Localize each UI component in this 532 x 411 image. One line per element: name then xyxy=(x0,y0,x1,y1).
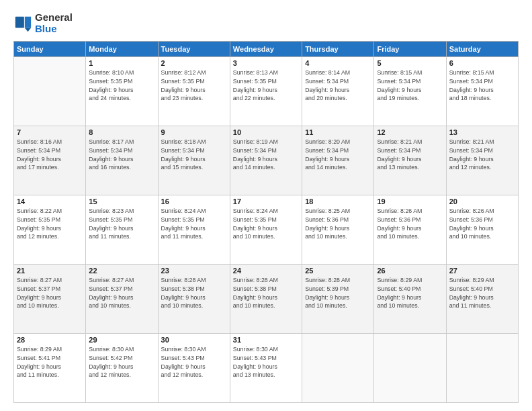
day-info: Sunrise: 8:28 AMSunset: 5:38 PMDaylight:… xyxy=(161,276,227,310)
svg-marker-0 xyxy=(25,16,31,28)
calendar-cell xyxy=(374,334,446,403)
calendar-cell: 18Sunrise: 8:25 AMSunset: 5:36 PMDayligh… xyxy=(302,195,374,265)
calendar-cell: 10Sunrise: 8:19 AMSunset: 5:34 PMDayligh… xyxy=(230,126,302,195)
weekday-header-friday: Friday xyxy=(374,42,446,57)
day-number: 6 xyxy=(449,59,515,67)
header: General Blue xyxy=(13,12,519,34)
calendar-cell: 22Sunrise: 8:27 AMSunset: 5:37 PMDayligh… xyxy=(86,265,158,334)
day-info: Sunrise: 8:29 AMSunset: 5:41 PMDaylight:… xyxy=(17,345,83,379)
logo-icon xyxy=(13,14,32,33)
calendar-cell: 5Sunrise: 8:15 AMSunset: 5:34 PMDaylight… xyxy=(374,57,446,126)
day-info: Sunrise: 8:10 AMSunset: 5:35 PMDaylight:… xyxy=(89,68,154,103)
calendar-cell: 12Sunrise: 8:21 AMSunset: 5:34 PMDayligh… xyxy=(374,126,446,195)
day-info: Sunrise: 8:29 AMSunset: 5:40 PMDaylight:… xyxy=(377,276,443,310)
weekday-header-row: SundayMondayTuesdayWednesdayThursdayFrid… xyxy=(14,42,519,57)
calendar-cell xyxy=(446,334,518,403)
day-info: Sunrise: 8:16 AMSunset: 5:34 PMDaylight:… xyxy=(17,138,83,172)
weekday-header-monday: Monday xyxy=(86,42,158,57)
calendar-cell: 7Sunrise: 8:16 AMSunset: 5:34 PMDaylight… xyxy=(14,126,86,195)
calendar-cell: 14Sunrise: 8:22 AMSunset: 5:35 PMDayligh… xyxy=(14,195,86,265)
calendar-week-5: 28Sunrise: 8:29 AMSunset: 5:41 PMDayligh… xyxy=(14,334,519,403)
day-number: 1 xyxy=(89,59,154,67)
day-number: 2 xyxy=(161,59,227,67)
calendar-week-3: 14Sunrise: 8:22 AMSunset: 5:35 PMDayligh… xyxy=(14,195,519,265)
day-number: 5 xyxy=(377,59,443,67)
calendar-cell: 9Sunrise: 8:18 AMSunset: 5:34 PMDaylight… xyxy=(158,126,230,195)
day-info: Sunrise: 8:24 AMSunset: 5:35 PMDaylight:… xyxy=(161,207,227,241)
day-number: 10 xyxy=(233,128,299,136)
day-info: Sunrise: 8:23 AMSunset: 5:35 PMDaylight:… xyxy=(89,207,154,241)
day-number: 25 xyxy=(305,267,371,275)
calendar-table: SundayMondayTuesdayWednesdayThursdayFrid… xyxy=(13,41,519,403)
day-number: 8 xyxy=(89,128,154,136)
day-number: 14 xyxy=(17,197,83,205)
day-info: Sunrise: 8:21 AMSunset: 5:34 PMDaylight:… xyxy=(377,138,443,172)
calendar-week-4: 21Sunrise: 8:27 AMSunset: 5:37 PMDayligh… xyxy=(14,265,519,334)
logo: General Blue xyxy=(13,12,73,34)
day-number: 23 xyxy=(161,267,227,275)
calendar-cell: 11Sunrise: 8:20 AMSunset: 5:34 PMDayligh… xyxy=(302,126,374,195)
day-number: 18 xyxy=(305,197,371,205)
day-info: Sunrise: 8:15 AMSunset: 5:34 PMDaylight:… xyxy=(377,68,443,103)
day-info: Sunrise: 8:30 AMSunset: 5:43 PMDaylight:… xyxy=(161,345,227,379)
weekday-header-wednesday: Wednesday xyxy=(230,42,302,57)
day-info: Sunrise: 8:15 AMSunset: 5:34 PMDaylight:… xyxy=(449,68,515,103)
day-info: Sunrise: 8:26 AMSunset: 5:36 PMDaylight:… xyxy=(449,207,515,241)
day-number: 15 xyxy=(89,197,154,205)
day-number: 17 xyxy=(233,197,299,205)
calendar-cell: 13Sunrise: 8:21 AMSunset: 5:34 PMDayligh… xyxy=(446,126,518,195)
day-number: 30 xyxy=(161,336,227,344)
calendar-cell: 1Sunrise: 8:10 AMSunset: 5:35 PMDaylight… xyxy=(86,57,158,126)
day-number: 31 xyxy=(233,336,299,344)
day-number: 27 xyxy=(449,267,515,275)
calendar-cell: 19Sunrise: 8:26 AMSunset: 5:36 PMDayligh… xyxy=(374,195,446,265)
day-number: 4 xyxy=(305,59,371,67)
day-number: 7 xyxy=(17,128,83,136)
svg-rect-2 xyxy=(15,16,24,28)
calendar-cell: 24Sunrise: 8:28 AMSunset: 5:38 PMDayligh… xyxy=(230,265,302,334)
day-number: 29 xyxy=(89,336,154,344)
day-number: 28 xyxy=(17,336,83,344)
day-info: Sunrise: 8:28 AMSunset: 5:38 PMDaylight:… xyxy=(233,276,299,310)
calendar-cell: 3Sunrise: 8:13 AMSunset: 5:35 PMDaylight… xyxy=(230,57,302,126)
calendar-cell: 31Sunrise: 8:30 AMSunset: 5:43 PMDayligh… xyxy=(230,334,302,403)
calendar-cell: 21Sunrise: 8:27 AMSunset: 5:37 PMDayligh… xyxy=(14,265,86,334)
page: General Blue SundayMondayTuesdayWednesda… xyxy=(0,0,532,411)
day-info: Sunrise: 8:30 AMSunset: 5:42 PMDaylight:… xyxy=(89,345,154,379)
day-number: 19 xyxy=(377,197,443,205)
day-number: 26 xyxy=(377,267,443,275)
day-info: Sunrise: 8:17 AMSunset: 5:34 PMDaylight:… xyxy=(89,138,154,172)
day-info: Sunrise: 8:25 AMSunset: 5:36 PMDaylight:… xyxy=(305,207,371,241)
weekday-header-sunday: Sunday xyxy=(14,42,86,57)
calendar-cell: 17Sunrise: 8:24 AMSunset: 5:35 PMDayligh… xyxy=(230,195,302,265)
weekday-header-thursday: Thursday xyxy=(302,42,374,57)
calendar-cell: 16Sunrise: 8:24 AMSunset: 5:35 PMDayligh… xyxy=(158,195,230,265)
svg-marker-1 xyxy=(25,28,31,32)
day-info: Sunrise: 8:13 AMSunset: 5:35 PMDaylight:… xyxy=(233,68,299,103)
calendar-cell: 30Sunrise: 8:30 AMSunset: 5:43 PMDayligh… xyxy=(158,334,230,403)
calendar-cell: 23Sunrise: 8:28 AMSunset: 5:38 PMDayligh… xyxy=(158,265,230,334)
day-number: 13 xyxy=(449,128,515,136)
day-number: 3 xyxy=(233,59,299,67)
calendar-cell: 20Sunrise: 8:26 AMSunset: 5:36 PMDayligh… xyxy=(446,195,518,265)
calendar-cell: 27Sunrise: 8:29 AMSunset: 5:40 PMDayligh… xyxy=(446,265,518,334)
weekday-header-tuesday: Tuesday xyxy=(158,42,230,57)
day-info: Sunrise: 8:21 AMSunset: 5:34 PMDaylight:… xyxy=(449,138,515,172)
calendar-cell: 6Sunrise: 8:15 AMSunset: 5:34 PMDaylight… xyxy=(446,57,518,126)
day-info: Sunrise: 8:27 AMSunset: 5:37 PMDaylight:… xyxy=(17,276,83,310)
day-info: Sunrise: 8:20 AMSunset: 5:34 PMDaylight:… xyxy=(305,138,371,172)
day-info: Sunrise: 8:19 AMSunset: 5:34 PMDaylight:… xyxy=(233,138,299,172)
day-info: Sunrise: 8:14 AMSunset: 5:34 PMDaylight:… xyxy=(305,68,371,103)
day-number: 20 xyxy=(449,197,515,205)
day-info: Sunrise: 8:18 AMSunset: 5:34 PMDaylight:… xyxy=(161,138,227,172)
weekday-header-saturday: Saturday xyxy=(446,42,518,57)
day-number: 12 xyxy=(377,128,443,136)
calendar-cell: 29Sunrise: 8:30 AMSunset: 5:42 PMDayligh… xyxy=(86,334,158,403)
calendar-cell: 4Sunrise: 8:14 AMSunset: 5:34 PMDaylight… xyxy=(302,57,374,126)
day-info: Sunrise: 8:27 AMSunset: 5:37 PMDaylight:… xyxy=(89,276,154,310)
day-info: Sunrise: 8:29 AMSunset: 5:40 PMDaylight:… xyxy=(449,276,515,310)
calendar-week-2: 7Sunrise: 8:16 AMSunset: 5:34 PMDaylight… xyxy=(14,126,519,195)
calendar-week-1: 1Sunrise: 8:10 AMSunset: 5:35 PMDaylight… xyxy=(14,57,519,126)
day-number: 11 xyxy=(305,128,371,136)
day-number: 22 xyxy=(89,267,154,275)
